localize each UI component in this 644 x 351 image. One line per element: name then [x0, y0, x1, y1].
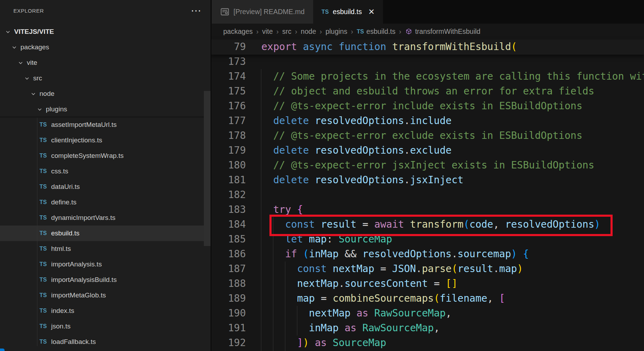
breadcrumb-separator-icon: › [295, 27, 297, 36]
file-label: json.ts [51, 322, 71, 330]
file-tree: VITEJS/VITEpackagesvitesrcnodepluginsTSa… [0, 24, 211, 350]
file-label: loadFallback.ts [51, 338, 96, 346]
breadcrumb-item-esbuild-ts[interactable]: TSesbuild.ts [357, 27, 395, 36]
chevron-down-icon[interactable] [24, 75, 30, 81]
typescript-icon: TS [357, 29, 364, 35]
tree-file-dataUri-ts[interactable]: TSdataUri.ts [0, 179, 211, 195]
tree-folder-node[interactable]: node [0, 86, 211, 101]
file-label: importMetaGlob.ts [51, 291, 106, 299]
sidebar-scrollbar[interactable] [204, 91, 211, 246]
code-line-180[interactable]: 180 // @ts-expect-error jsxInject exists… [211, 158, 644, 173]
breadcrumb-item-vite[interactable]: vite [262, 27, 273, 36]
line-number: 192 [211, 335, 246, 350]
tree-file-json-ts[interactable]: TSjson.ts [0, 319, 211, 334]
chevron-down-icon[interactable] [5, 29, 11, 35]
breadcrumb-item-packages[interactable]: packages [223, 27, 253, 36]
code-text: // @ts-expect-error exclude exists in ES… [246, 128, 582, 143]
tree-file-importAnalysisBuild-ts[interactable]: TSimportAnalysisBuild.ts [0, 272, 211, 288]
typescript-icon: TS [40, 308, 47, 314]
tab-label: [Preview] README.md [233, 8, 305, 16]
typescript-icon: TS [40, 292, 47, 298]
tree-file-importMetaGlob-ts[interactable]: TSimportMetaGlob.ts [0, 288, 211, 303]
folder-label: vite [27, 59, 37, 67]
breadcrumb-item-plugins[interactable]: plugins [326, 27, 347, 36]
code-line-181[interactable]: 181 delete resolvedOptions.jsxInject [211, 173, 644, 187]
breadcrumb-label: plugins [326, 27, 347, 36]
tree-file-completeSystemWrap-ts[interactable]: TScompleteSystemWrap.ts [0, 148, 211, 164]
more-actions-icon[interactable]: ⋯ [191, 1, 201, 20]
code-text: const nextMap = JSON.parse(result.map) [246, 261, 523, 276]
breadcrumb-separator-icon: › [320, 27, 322, 36]
tree-folder-packages[interactable]: packages [0, 39, 211, 55]
line-number: 178 [211, 128, 246, 143]
typescript-icon: TS [40, 199, 47, 205]
tab-esbuild[interactable]: TS esbuild.ts ✕ [313, 0, 383, 24]
file-label: assetImportMetaUrl.ts [51, 121, 117, 129]
line-number: 185 [211, 232, 246, 247]
tree-file-loadFallback-ts[interactable]: TSloadFallback.ts [0, 334, 211, 350]
tree-file-css-ts[interactable]: TScss.ts [0, 164, 211, 179]
code-line-175[interactable]: 175 // object and esbuild throws an erro… [211, 84, 644, 99]
breadcrumb-item-src[interactable]: src [282, 27, 291, 36]
indent-guide [297, 306, 297, 335]
typescript-icon: TS [40, 184, 47, 190]
code-area[interactable]: 173174 // Some projects in the ecosystem… [211, 54, 644, 350]
file-label: index.ts [51, 307, 74, 315]
editor-group: [Preview] README.md TS esbuild.ts ✕ pack… [211, 0, 644, 351]
chevron-down-icon[interactable] [30, 91, 36, 97]
code-line-191[interactable]: 191 inMap as RawSourceMap, [211, 321, 644, 335]
code-line-178[interactable]: 178 // @ts-expect-error exclude exists i… [211, 128, 644, 143]
chevron-down-icon[interactable] [11, 44, 17, 50]
breadcrumb-separator-icon: › [277, 27, 279, 36]
code-line-176[interactable]: 176 // @ts-expect-error include exists i… [211, 99, 644, 113]
markdown-preview-icon [220, 7, 230, 17]
breadcrumb-item-node[interactable]: node [301, 27, 316, 36]
line-number: 174 [211, 69, 246, 84]
tree-file-clientInjections-ts[interactable]: TSclientInjections.ts [0, 133, 211, 148]
tree-file-dynamicImportVars-ts[interactable]: TSdynamicImportVars.ts [0, 210, 211, 226]
code-text: nextMap.sourcesContent = [] [246, 276, 457, 291]
code-text [246, 54, 261, 69]
code-line-188[interactable]: 188 nextMap.sourcesContent = [] [211, 276, 644, 291]
line-number: 186 [211, 247, 246, 261]
code-text [246, 187, 261, 202]
tree-file-html-ts[interactable]: TShtml.ts [0, 241, 211, 257]
line-number: 181 [211, 173, 246, 187]
tab-readme-preview[interactable]: [Preview] README.md [212, 0, 313, 24]
file-label: define.ts [51, 198, 77, 206]
tree-file-index-ts[interactable]: TSindex.ts [0, 303, 211, 319]
tree-file-define-ts[interactable]: TSdefine.ts [0, 195, 211, 210]
close-icon[interactable]: ✕ [368, 7, 375, 17]
code-line-173[interactable]: 173 [211, 54, 644, 69]
code-line-189[interactable]: 189 map = combineSourcemaps(filename, [ [211, 291, 644, 306]
folder-label: src [33, 74, 42, 82]
folder-label: plugins [46, 105, 67, 113]
tree-folder-vite[interactable]: vite [0, 55, 211, 70]
chevron-down-icon[interactable] [18, 60, 24, 66]
chevron-down-icon[interactable] [37, 106, 43, 112]
code-line-192[interactable]: 192 ]) as SourceMap [211, 335, 644, 350]
typescript-icon: TS [40, 215, 47, 221]
tree-folder-src[interactable]: src [0, 70, 211, 86]
code-line-190[interactable]: 190 nextMap as RawSourceMap, [211, 306, 644, 321]
breadcrumb-item-transformwithesbuild[interactable]: transformWithEsbuild [405, 27, 480, 36]
code-line-174[interactable]: 174 // Some projects in the ecosystem ar… [211, 69, 644, 84]
file-label: dynamicImportVars.ts [51, 214, 115, 222]
code-line-187[interactable]: 187 const nextMap = JSON.parse(result.ma… [211, 261, 644, 276]
indent-guide [273, 217, 273, 351]
tree-file-esbuild-ts[interactable]: TSesbuild.ts [0, 226, 211, 241]
tree-folder-vitejs-vite[interactable]: VITEJS/VITE [0, 24, 211, 39]
code-text: // Some projects in the ecosystem are ca… [246, 69, 644, 84]
breadcrumb-label: packages [223, 27, 253, 36]
code-line-179[interactable]: 179 delete resolvedOptions.exclude [211, 143, 644, 158]
vscode-window: { "sidebar": { "title": "EXPLORER" }, "g… [0, 0, 644, 351]
sticky-scroll-line[interactable]: 79export async function transformWithEsb… [211, 39, 644, 55]
code-line-182[interactable]: 182 [211, 187, 644, 202]
tree-file-assetImportMetaUrl-ts[interactable]: TSassetImportMetaUrl.ts [0, 117, 211, 133]
tree-folder-plugins[interactable]: plugins [0, 101, 211, 117]
tree-file-importAnalysis-ts[interactable]: TSimportAnalysis.ts [0, 257, 211, 272]
code-text: delete resolvedOptions.jsxInject [246, 173, 463, 187]
code-line-79[interactable]: 79export async function transformWithEsb… [211, 39, 517, 54]
code-line-177[interactable]: 177 delete resolvedOptions.include [211, 113, 644, 128]
code-line-186[interactable]: 186 if (inMap && resolvedOptions.sourcem… [211, 247, 644, 261]
